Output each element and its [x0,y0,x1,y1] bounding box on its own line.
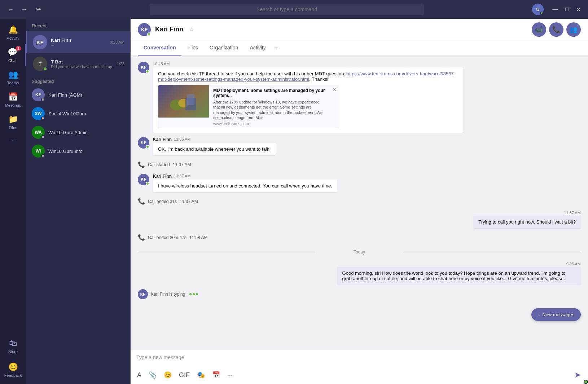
sidebar-item-label: Meetings [5,103,21,107]
sidebar-item-store[interactable]: 🛍 Store [0,335,26,357]
suggested-item-win10-guru-admin[interactable]: WA Win10.Guru Admin [26,123,130,142]
date-divider: Today [138,250,581,255]
sidebar-item-label: Feedback [4,373,22,378]
suggested-item-social-win10guru[interactable]: SW Social Win10Guru [26,104,130,123]
avatar: KF [138,137,149,149]
chat-item-t-bot[interactable]: T T-Bot Did you know we have a mobile ap… [26,53,130,75]
activity-icon: 🔔 [8,25,18,35]
chat-time: 9:28 AM [110,40,124,44]
online-status [43,67,47,71]
message-bubble: I have wireless headset turned on and co… [153,180,337,192]
phone-icon: 📞 [138,161,145,168]
link-card-desc: After the 1709 update for Windows 10, we… [213,100,326,120]
avatar: KF [33,35,47,49]
suggested-label: Suggested [26,75,130,85]
meetings-icon: 📅 [8,92,18,102]
sidebar-item-feedback[interactable]: 😊 Feedback [0,359,26,381]
offline-status [41,98,45,101]
new-messages-label: New messages [542,312,574,317]
titlebar-right: U — □ ✕ [532,4,584,15]
chat-time: 1/23 [117,62,124,66]
compose-button[interactable]: ✏ [36,5,41,13]
message-content: Kari Finn 11:37 AM I have wireless heads… [153,174,337,192]
tab-conversation[interactable]: Conversation [138,40,181,56]
suggested-item-win10-guru-info[interactable]: WI Win10.Guru Info [26,142,130,160]
gif-button[interactable]: GIF [177,370,192,380]
sidebar-item-meetings[interactable]: 📅 Meetings [0,89,26,111]
call-event: 📞 Call started 11:37 AM [138,160,581,169]
chat-main: KF Kari Finn ☆ 📹 📞 👥 Conversation Files … [131,19,588,384]
favorite-star-button[interactable]: ☆ [189,26,194,33]
chat-header: KF Kari Finn ☆ 📹 📞 👥 [131,19,588,40]
message-time: 11:37 AM [174,174,190,178]
message-text: I have wireless headset turned on and co… [158,183,332,189]
chat-header-actions: 📹 📞 👥 [532,22,581,37]
sidebar-item-label: Activity [7,36,19,40]
sidebar-item-more[interactable]: ··· [0,133,26,148]
suggested-item-kari-finn-agm[interactable]: KF Kari Finn (AGM) [26,85,130,104]
svg-rect-3 [187,94,194,105]
back-button[interactable]: ← [4,4,17,15]
titlebar: ← → ✏ U — □ ✕ [0,0,588,19]
link-preview-card: MDT deployment. Some settings are manage… [158,85,338,129]
rail-bottom: 🛍 Store 😊 Feedback [0,335,26,381]
send-button[interactable]: ➤ [571,369,584,381]
sidebar-item-files[interactable]: 📁 Files [0,111,26,133]
avatar: WI [32,145,45,158]
window-controls: — □ ✕ [549,5,584,14]
status-dot [146,70,149,73]
participants-button[interactable]: 👥 [566,22,581,37]
new-messages-button[interactable]: ↓ New messages [531,308,581,321]
sidebar-item-chat[interactable]: 1 💬 Chat [0,44,26,66]
call-event-time: 11:37 AM [180,199,198,204]
call-event-time: 11:37 AM [173,162,191,167]
sidebar-item-label: Files [9,125,17,130]
emoji-button[interactable]: 😊 [162,370,174,380]
sidebar-item-activity[interactable]: 🔔 Activity [0,22,26,44]
forward-button[interactable]: → [18,4,30,15]
message-bubble: Good morning, sir! How does the world lo… [337,267,581,285]
suggested-name: Kari Finn (AGM) [48,92,82,98]
minimize-button[interactable]: — [549,5,561,14]
chat-header-name: Kari Finn [155,26,183,33]
close-button[interactable]: ✕ [573,5,584,14]
chat-badge: 1 [16,46,21,51]
sidebar-item-teams[interactable]: 👥 Teams [0,66,26,89]
maximize-button[interactable]: □ [562,5,572,14]
message-text: Good morning, sir! How does the world lo… [342,270,566,281]
main-layout: 🔔 Activity 1 💬 Chat 👥 Teams 📅 Meetings 📁… [0,19,588,384]
audio-call-button[interactable]: 📞 [549,22,563,37]
message-bubble: OK, I'm back and available whenever you … [153,143,276,155]
files-icon: 📁 [8,115,18,124]
message-meta: 9:05 AM [337,262,581,266]
schedule-button[interactable]: 📅 [210,370,222,380]
message-bubble: Can you check this TF thread to see if y… [153,67,463,133]
more-toolbar-button[interactable]: ··· [225,370,235,380]
chat-item-kari-finn[interactable]: KF Kari Finn ··· 9:28 AM [26,31,130,53]
sidebar-item-label: Teams [7,81,19,85]
tab-files[interactable]: Files [181,40,204,56]
message-content: 10:48 AM Can you check this TF thread to… [153,62,463,133]
sticker-button[interactable]: 🎭 [195,370,207,380]
avatar: KF [138,174,149,185]
message-text: Trying to call you right now. Should i w… [478,219,576,225]
add-tab-button[interactable]: + [272,40,281,56]
titlebar-left: ← → ✏ [4,4,41,15]
attach-button[interactable]: 📎 [146,370,159,380]
video-call-button[interactable]: 📹 [532,22,546,37]
message-sender: Kari Finn [153,137,172,142]
call-event: 📞 Call ended 31s 11:37 AM [138,197,581,206]
tab-organization[interactable]: Organization [204,40,244,56]
avatar: SW [32,107,45,120]
format-button[interactable]: A [135,370,144,380]
tab-activity[interactable]: Activity [244,40,271,56]
chat-preview: ··· [51,43,106,47]
message-input-box[interactable]: Type a new message [131,350,588,367]
search-input[interactable] [150,4,424,15]
message-time: 11:37 AM [564,211,581,215]
message-time: 10:48 AM [153,62,170,66]
messages-area[interactable]: KF 10:48 AM Can you check this TF thread… [131,56,588,350]
link-card-close-button[interactable]: ✕ [331,85,338,94]
chat-header-avatar: KF [138,23,151,36]
message-text: Can you check this TF thread to see if y… [158,71,458,82]
